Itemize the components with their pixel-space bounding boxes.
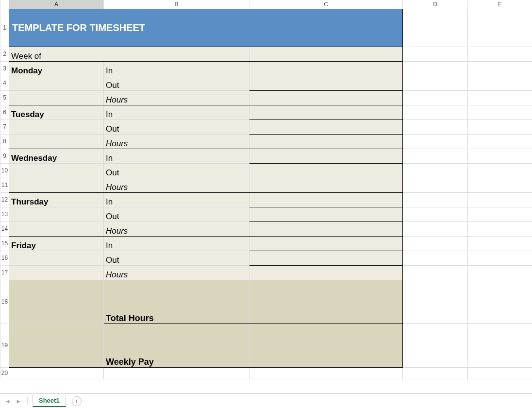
cell[interactable]: [403, 90, 468, 105]
cell[interactable]: [9, 178, 104, 192]
tuesday-out-value[interactable]: [249, 119, 403, 134]
cell[interactable]: [9, 323, 104, 367]
cell[interactable]: [9, 119, 104, 134]
cell[interactable]: [403, 236, 468, 251]
cell[interactable]: [249, 367, 403, 379]
row-header[interactable]: 13: [0, 207, 9, 221]
cell[interactable]: [403, 9, 468, 47]
day-label-thursday[interactable]: Thursday: [9, 192, 104, 207]
row-header[interactable]: 7: [0, 119, 9, 134]
cell[interactable]: [468, 251, 532, 265]
cell[interactable]: [468, 90, 532, 105]
cell[interactable]: [9, 134, 104, 149]
out-label[interactable]: Out: [104, 163, 249, 178]
cell[interactable]: [403, 323, 468, 367]
row-header[interactable]: 1: [0, 9, 9, 47]
cell[interactable]: [403, 105, 468, 119]
col-header-E[interactable]: E: [468, 0, 532, 9]
row-header[interactable]: 8: [0, 134, 9, 149]
cell[interactable]: [9, 76, 104, 90]
sheet-tab-sheet1[interactable]: Sheet1: [33, 395, 66, 407]
cell[interactable]: [403, 119, 468, 134]
cell[interactable]: [468, 76, 532, 90]
week-of-value[interactable]: [249, 47, 403, 61]
cell[interactable]: [468, 105, 532, 119]
row-header[interactable]: 17: [0, 265, 9, 280]
in-label[interactable]: In: [104, 61, 249, 76]
wednesday-in-value[interactable]: [249, 149, 403, 163]
col-header-D[interactable]: D: [403, 0, 468, 9]
cell[interactable]: [468, 192, 532, 207]
cell[interactable]: [403, 207, 468, 221]
cell[interactable]: [403, 280, 468, 323]
cell[interactable]: [403, 192, 468, 207]
spreadsheet-grid[interactable]: A B C D E 1 TEMPLATE FOR TIMESHEET 2 Wee…: [0, 0, 532, 379]
cell[interactable]: [403, 367, 468, 379]
tab-nav-next[interactable]: ►: [15, 397, 22, 405]
row-header[interactable]: 10: [0, 163, 9, 178]
cell[interactable]: [403, 251, 468, 265]
friday-hours-value[interactable]: [249, 265, 403, 280]
day-label-tuesday[interactable]: Tuesday: [9, 105, 104, 119]
day-label-monday[interactable]: Monday: [9, 61, 104, 76]
hours-label[interactable]: Hours: [104, 90, 249, 105]
week-of-label[interactable]: Week of: [9, 47, 249, 61]
cell[interactable]: [9, 280, 104, 323]
col-header-B[interactable]: B: [104, 0, 249, 9]
friday-in-value[interactable]: [249, 236, 403, 251]
row-header[interactable]: 14: [0, 221, 9, 236]
row-header[interactable]: 15: [0, 236, 9, 251]
cell[interactable]: [403, 47, 468, 61]
select-all-corner[interactable]: [0, 0, 9, 9]
row-header[interactable]: 5: [0, 90, 9, 105]
tab-nav-prev[interactable]: ◄: [4, 397, 12, 405]
monday-hours-value[interactable]: [249, 90, 403, 105]
out-label[interactable]: Out: [104, 76, 249, 90]
weekly-pay-label[interactable]: Weekly Pay: [104, 323, 249, 367]
cell[interactable]: [403, 149, 468, 163]
row-header[interactable]: 3: [0, 61, 9, 76]
in-label[interactable]: In: [104, 149, 249, 163]
thursday-in-value[interactable]: [249, 192, 403, 207]
cell[interactable]: [468, 61, 532, 76]
cell[interactable]: [468, 207, 532, 221]
row-header[interactable]: 18: [0, 280, 9, 323]
cell[interactable]: [9, 265, 104, 280]
cell[interactable]: [9, 367, 104, 379]
cell[interactable]: [403, 163, 468, 178]
cell[interactable]: [403, 61, 468, 76]
monday-in-value[interactable]: [249, 61, 403, 76]
cell[interactable]: [403, 76, 468, 90]
row-header[interactable]: 11: [0, 178, 9, 192]
cell[interactable]: [468, 323, 532, 367]
cell[interactable]: [468, 178, 532, 192]
cell[interactable]: [9, 90, 104, 105]
wednesday-hours-value[interactable]: [249, 178, 403, 192]
new-sheet-button[interactable]: +: [72, 396, 82, 406]
cell[interactable]: [403, 265, 468, 280]
row-header[interactable]: 6: [0, 105, 9, 119]
column-header-row[interactable]: A B C D E: [0, 0, 532, 9]
cell[interactable]: [403, 221, 468, 236]
total-hours-label[interactable]: Total Hours: [104, 280, 249, 323]
cell[interactable]: [468, 221, 532, 236]
row-header[interactable]: 20: [0, 367, 9, 379]
out-label[interactable]: Out: [104, 207, 249, 221]
col-header-A[interactable]: A: [9, 0, 104, 9]
hours-label[interactable]: Hours: [104, 265, 249, 280]
cell[interactable]: [468, 280, 532, 323]
cell[interactable]: [468, 149, 532, 163]
cell[interactable]: [9, 251, 104, 265]
cell[interactable]: [468, 265, 532, 280]
in-label[interactable]: In: [104, 105, 249, 119]
cell[interactable]: [468, 236, 532, 251]
tuesday-in-value[interactable]: [249, 105, 403, 119]
out-label[interactable]: Out: [104, 119, 249, 134]
cell[interactable]: [468, 119, 532, 134]
cell[interactable]: [468, 9, 532, 47]
cell[interactable]: [104, 367, 249, 379]
out-label[interactable]: Out: [104, 251, 249, 265]
monday-out-value[interactable]: [249, 76, 403, 90]
timesheet-title[interactable]: TEMPLATE FOR TIMESHEET: [9, 9, 403, 47]
in-label[interactable]: In: [104, 192, 249, 207]
